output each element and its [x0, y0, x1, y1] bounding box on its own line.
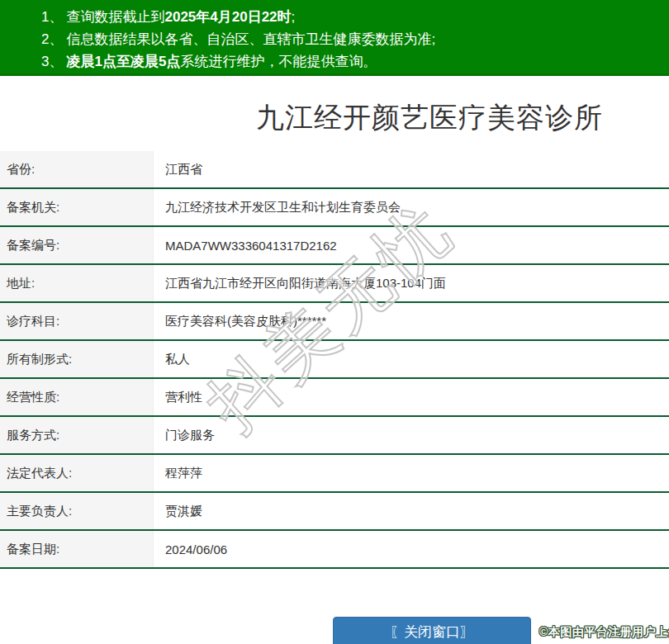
row-label: 主要负责人:: [0, 493, 154, 529]
close-window-button[interactable]: 〖关闭窗口〗: [333, 617, 531, 644]
notice-number: 3、: [41, 54, 66, 69]
title-container: 九江经开颜艺医疗美容诊所: [0, 99, 669, 137]
table-row-service-mode: 服务方式: 门诊服务: [0, 417, 669, 455]
query-result-page: 1、查询数据截止到2025年4月20日22时; 2、信息数据结果以各省、自治区、…: [0, 0, 669, 644]
row-value: 私人: [154, 341, 669, 377]
row-label: 服务方式:: [0, 417, 154, 453]
notice-line-3: 3、凌晨1点至凌晨5点系统进行维护，不能提供查询。: [41, 50, 669, 73]
row-value: 江西省: [154, 151, 669, 187]
table-row-ownership-form: 所有制形式: 私人: [0, 341, 669, 379]
notice-number: 2、: [41, 31, 66, 47]
row-label: 经营性质:: [0, 379, 154, 415]
notice-line-2: 2、信息数据结果以各省、自治区、直辖市卫生健康委数据为准;: [41, 28, 669, 50]
notice-text: ;: [292, 9, 296, 25]
row-value: MADA7WW3336041317D2162: [154, 227, 669, 263]
row-label: 备案日期:: [0, 531, 154, 567]
row-value: 贾淇媛: [154, 493, 669, 529]
table-row-address: 地址: 江西省九江市经开区向阳街道南海大厦103-104门面: [0, 265, 669, 303]
table-row-filing-number: 备案编号: MADA7WW3336041317D2162: [0, 227, 669, 265]
row-value: 程萍萍: [154, 455, 669, 491]
row-value: 营利性: [154, 379, 669, 415]
row-value: 九江经济技术开发区卫生和计划生育委员会: [154, 189, 669, 225]
table-row-legal-representative: 法定代表人: 程萍萍: [0, 455, 669, 493]
row-value: 江西省九江市经开区向阳街道南海大厦103-104门面: [154, 265, 669, 301]
notice-text: 信息数据结果以各省、自治区、直辖市卫生健康委数据为准;: [66, 31, 435, 47]
table-row-province: 省份: 江西省: [0, 151, 669, 189]
notice-number: 1、: [41, 9, 66, 25]
table-row-business-nature: 经营性质: 营利性: [0, 379, 669, 417]
row-label: 省份:: [0, 151, 154, 187]
row-value: 门诊服务: [154, 417, 669, 453]
notice-text: 系统进行维护，不能提供查询。: [180, 54, 377, 69]
row-label: 法定代表人:: [0, 455, 154, 491]
notice-text-bold: 2025年4月20日22时: [164, 9, 291, 25]
notice-line-1: 1、查询数据截止到2025年4月20日22时;: [41, 6, 669, 28]
notice-banner: 1、查询数据截止到2025年4月20日22时; 2、信息数据结果以各省、自治区、…: [0, 0, 669, 76]
copyright-stamp: ©本图由平台注册用户上传: [539, 625, 669, 640]
row-label: 备案机关:: [0, 189, 154, 225]
row-label: 所有制形式:: [0, 341, 154, 377]
table-row-main-person-in-charge: 主要负责人: 贾淇媛: [0, 493, 669, 531]
table-row-filing-date: 备案日期: 2024/06/06: [0, 531, 669, 569]
row-label: 地址:: [0, 265, 154, 301]
notice-text: 查询数据截止到: [66, 9, 164, 25]
row-value: 2024/06/06: [154, 531, 669, 567]
filing-details-table: 省份: 江西省 备案机关: 九江经济技术开发区卫生和计划生育委员会 备案编号: …: [0, 151, 669, 569]
table-row-filing-authority: 备案机关: 九江经济技术开发区卫生和计划生育委员会: [0, 189, 669, 227]
row-label: 备案编号:: [0, 227, 154, 263]
page-title: 九江经开颜艺医疗美容诊所: [256, 102, 603, 133]
row-label: 诊疗科目:: [0, 303, 154, 339]
table-row-medical-subjects: 诊疗科目: 医疗美容科(美容皮肤科)******: [0, 303, 669, 341]
row-value: 医疗美容科(美容皮肤科)******: [154, 303, 669, 339]
notice-text-bold: 凌晨1点至凌晨5点: [66, 54, 180, 69]
